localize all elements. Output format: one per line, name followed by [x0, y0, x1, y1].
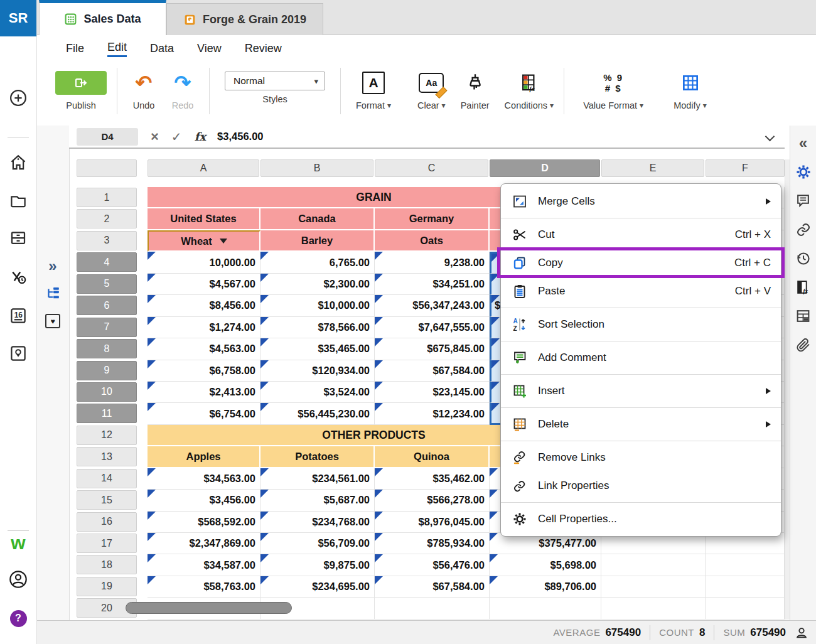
row-header-13[interactable]: 13 — [77, 447, 137, 466]
cell[interactable]: $2,347,869.00 — [148, 533, 260, 554]
idea-box-icon[interactable] — [8, 343, 29, 364]
cell[interactable]: $9,875.00 — [260, 554, 375, 576]
cell[interactable]: $675,845.00 — [375, 338, 490, 360]
settings-icon[interactable] — [795, 163, 812, 180]
select-all-corner[interactable] — [77, 159, 137, 177]
context-item-sort-selection[interactable]: AZ Sort Selection — [501, 310, 781, 338]
account-icon[interactable] — [795, 626, 808, 640]
cell[interactable]: Apples — [148, 446, 260, 468]
row-header-12[interactable]: 12 — [77, 426, 137, 445]
cell[interactable]: $8,976,045.00 — [375, 512, 490, 533]
cell[interactable]: Potatoes — [260, 446, 375, 468]
cancel-icon[interactable]: × — [151, 130, 159, 144]
expand-panel-icon[interactable]: » — [48, 259, 56, 274]
row-header-3[interactable]: 3 — [77, 231, 137, 250]
context-item-paste[interactable]: Paste Ctrl + V — [501, 277, 781, 305]
cell[interactable]: $568,592.00 — [148, 512, 260, 533]
cell[interactable]: 9,238.00 — [375, 252, 490, 273]
column-header-F[interactable]: F — [706, 159, 785, 177]
cell[interactable]: $7,647,555.00 — [375, 317, 490, 338]
cell[interactable]: Wheat — [148, 230, 260, 252]
format-painter-button[interactable]: Painter — [461, 69, 490, 110]
context-item-merge-cells[interactable]: Merge Cells — [501, 187, 781, 215]
context-item-add-comment[interactable]: Add Comment — [501, 343, 781, 372]
cell[interactable]: Canada — [260, 208, 375, 230]
cell[interactable]: $6,758.00 — [148, 360, 260, 382]
folder-icon[interactable] — [8, 190, 29, 211]
row-header-17[interactable]: 17 — [77, 534, 137, 553]
row-header-1[interactable]: 1 — [77, 188, 137, 207]
cell[interactable] — [375, 598, 490, 619]
cell[interactable] — [601, 554, 706, 576]
context-item-insert[interactable]: Insert — [501, 377, 781, 405]
context-item-cell-properties[interactable]: Cell Properties... — [501, 505, 781, 533]
cell[interactable]: 6,765.00 — [260, 252, 375, 273]
app-logo[interactable]: SR — [0, 0, 36, 36]
row-header-16[interactable]: 16 — [77, 512, 137, 532]
home-icon[interactable] — [8, 152, 29, 173]
row-header-11[interactable]: 11 — [77, 404, 137, 423]
cell[interactable]: $67,584.00 — [375, 360, 490, 382]
row-header-8[interactable]: 8 — [77, 339, 137, 358]
cell[interactable]: $34,251.00 — [375, 274, 490, 295]
vertical-scrollbar[interactable] — [785, 159, 790, 620]
filter-dropdown-icon[interactable] — [220, 239, 227, 244]
menu-data[interactable]: Data — [150, 42, 174, 56]
column-header-D[interactable]: D — [490, 159, 600, 177]
calendar-icon[interactable]: 16 — [8, 305, 29, 326]
cell[interactable]: $56,347,243.00 — [375, 295, 490, 316]
redo-button[interactable]: ↷ Redo — [166, 69, 199, 110]
modify-button[interactable]: Modify▾ — [674, 69, 707, 110]
clear-button[interactable]: Aa Clear▾ — [417, 69, 446, 110]
cell[interactable]: $6,754.00 — [148, 403, 260, 424]
cell[interactable]: $4,567.00 — [148, 274, 260, 295]
conditions-button[interactable]: fx Conditions▾ — [505, 69, 554, 110]
confirm-icon[interactable]: ✓ — [171, 131, 182, 143]
cell[interactable]: $34,587.00 — [148, 554, 260, 576]
cell[interactable]: $234,561.00 — [260, 468, 375, 490]
cell[interactable]: $56,445,230.00 — [260, 403, 375, 424]
cell[interactable]: $10,000.00 — [260, 295, 375, 316]
attachments-icon[interactable] — [795, 336, 812, 353]
expand-formula-bar-icon[interactable] — [765, 132, 775, 142]
row-header-2[interactable]: 2 — [77, 209, 137, 228]
comments-icon[interactable] — [795, 192, 812, 209]
cell[interactable]: $23,145.00 — [375, 382, 490, 403]
signature-icon[interactable] — [8, 266, 29, 287]
row-header-4[interactable]: 4 — [77, 252, 137, 272]
cell[interactable] — [490, 598, 601, 619]
cell[interactable]: $5,687.00 — [260, 490, 375, 511]
menu-edit[interactable]: Edit — [107, 41, 127, 57]
help-icon[interactable]: ? — [8, 608, 29, 629]
menu-view[interactable]: View — [197, 42, 222, 56]
cell[interactable] — [706, 576, 785, 598]
menu-file[interactable]: File — [66, 42, 84, 56]
conditional-format-icon[interactable]: fx — [795, 279, 812, 296]
cell[interactable]: $120,934.00 — [260, 360, 375, 382]
row-header-10[interactable]: 10 — [77, 382, 137, 402]
row-header-15[interactable]: 15 — [77, 490, 137, 510]
row-header-7[interactable]: 7 — [77, 318, 137, 337]
cell[interactable]: Oats — [375, 230, 490, 252]
account-icon[interactable] — [8, 569, 29, 590]
cell[interactable]: $56,709.00 — [260, 533, 375, 554]
styles-dropdown[interactable]: Normal ▾ — [225, 72, 325, 90]
collapse-panel-icon[interactable]: « — [795, 134, 812, 151]
tab-forge-grain-2019[interactable]: Forge & Grain 2019 — [166, 3, 323, 35]
format-button[interactable]: A Format▾ — [356, 69, 391, 110]
column-header-C[interactable]: C — [375, 159, 488, 177]
cell[interactable]: $1,274.00 — [148, 317, 260, 338]
undo-button[interactable]: ↶ Undo — [127, 69, 160, 110]
cell[interactable] — [601, 576, 706, 598]
links-icon[interactable] — [795, 221, 812, 238]
row-header-18[interactable]: 18 — [77, 555, 137, 574]
cell[interactable]: $35,465.00 — [260, 338, 375, 360]
row-header-9[interactable]: 9 — [77, 361, 137, 380]
outline-tree-icon[interactable] — [45, 286, 60, 301]
cell[interactable]: $5,698.00 — [490, 554, 601, 576]
version-history-icon[interactable] — [795, 250, 812, 267]
cell[interactable]: $34,563.00 — [148, 468, 260, 490]
cell[interactable]: $89,706.00 — [490, 576, 601, 598]
add-new-icon[interactable] — [8, 87, 29, 109]
cell[interactable]: 10,000.00 — [148, 252, 260, 273]
